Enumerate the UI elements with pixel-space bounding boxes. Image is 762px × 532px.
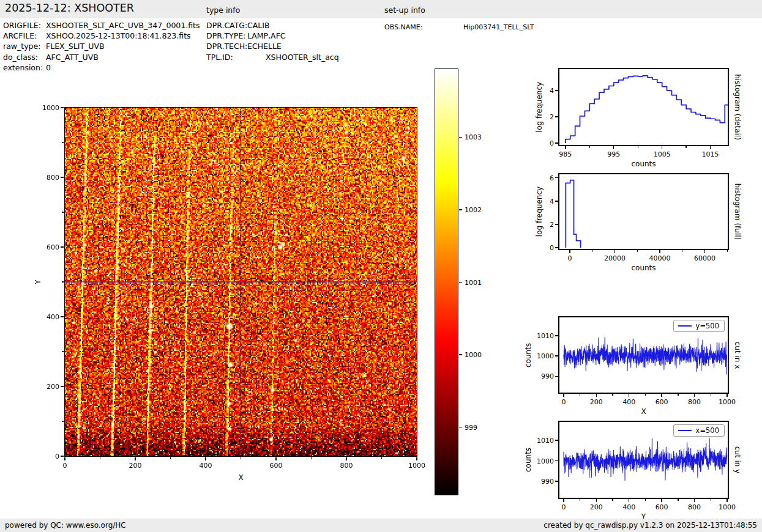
info-value: LAMP,AFC [247,31,286,41]
x-tick-mark [694,499,695,502]
info-value: CALIB [247,20,270,31]
x-tick-mark [662,146,662,149]
type-info-heading: type info [206,6,240,15]
x-tick-mark [64,457,65,460]
info-row: raw_type: FLEX_SLIT_UVB [3,41,200,51]
y-axis-label: log frequency [535,82,543,132]
y-tick-mark [555,247,558,248]
x-tick-mark [614,250,615,253]
y-axis-label: Y [34,279,42,284]
y-tick-label: 0 [550,244,554,252]
x-tick-label: 200 [590,503,603,511]
info-value: XSHOOTER_SLT_AFC_UVB_347_0001.fits [46,20,200,31]
x-minor-tick-mark [645,394,646,396]
y-tick-label: 200 [47,383,59,391]
right-axis-label: cut in y [733,446,742,474]
y-tick-mark [555,440,558,440]
y-tick-mark [555,177,558,178]
x-minor-tick-mark [727,250,728,252]
y-tick-mark [555,335,558,336]
legend-label: x=500 [696,426,719,435]
x-tick-mark [704,250,705,253]
legend: x=500 [673,424,725,437]
info-row: DPR.TYPE: LAMP,AFC [206,31,339,41]
info-label: OBS.NAME: [384,22,463,32]
x-tick-label: 400 [622,503,635,511]
x-minor-tick-mark [685,146,686,148]
y-tick-label: 1010 [537,331,554,339]
x-tick-label: 200 [590,398,603,406]
x-axis-label: counts [631,160,656,168]
y-tick-label: 0 [55,453,59,460]
x-minor-tick-mark [612,499,613,501]
info-value: XSHOO.2025-12-13T00:18:41.823.fits [46,31,191,41]
x-tick-label: 60000 [694,254,715,262]
x-tick-mark [563,499,564,502]
info-value: 0 [46,62,51,73]
x-tick-mark [565,146,566,149]
x-tick-label: 1015 [702,150,719,158]
x-tick-mark [135,457,135,460]
y-tick-mark [555,142,558,143]
y-tick-mark [555,201,558,201]
legend-label: y=500 [696,322,719,330]
info-label: raw_type: [3,41,46,51]
colorbar-tick-label: 1002 [465,206,482,214]
x-minor-tick-mark [580,394,580,396]
cut-in-y-plot: 0200400600800100099010001010Ycountscut i… [558,421,729,499]
x-tick-label: 800 [688,503,701,511]
y-tick-mark [61,386,64,386]
qc-report-page: { "header": { "title": "2025-12-12: XSHO… [0,0,762,532]
x-tick-mark [629,499,629,502]
histogram-detail-plot: 98599510051015024countslog frequencyhist… [558,68,729,146]
file-info-list: ORIGFILE: XSHOOTER_SLT_AFC_UVB_347_0001.… [3,20,200,73]
x-minor-tick-mark [678,394,678,396]
x-tick-mark [596,499,597,502]
x-tick-mark [416,457,417,460]
x-tick-label: 400 [622,398,635,406]
colorbar-tick-label: 1000 [465,351,482,359]
info-value: XSHOOTER_slt_acq [266,52,339,62]
type-info-list: DPR.CATG: CALIB DPR.TYPE: LAMP,AFC DPR.T… [206,20,339,62]
y-axis-label: log frequency [535,187,543,237]
x-tick-mark [661,499,662,502]
y-minor-tick-mark [62,351,64,352]
x-tick-label: 0 [63,462,67,470]
x-minor-tick-mark [645,499,646,501]
y-tick-label: 600 [47,243,59,251]
x-axis-label: counts [631,264,656,272]
y-tick-label: 1000 [537,352,554,360]
raw-image-plot: 0200400600800100002004006008001000XY [64,107,417,457]
y-tick-label: 4 [550,197,554,205]
y-tick-label: 1000 [537,457,554,465]
y-tick-mark [61,456,64,456]
info-value: FLEX_SLIT_UVB [46,41,105,51]
colorbar-tick-label: 999 [465,423,477,431]
y-axis-label: counts [524,448,532,472]
raw-image-canvas [65,108,417,456]
x-tick-label: 0 [567,254,572,262]
x-minor-tick-mark [381,457,382,459]
x-tick-label: 800 [340,462,353,470]
info-label: do_class: [3,52,46,62]
x-minor-tick-mark [637,250,638,252]
y-tick-mark [555,376,558,377]
x-tick-label: 20000 [604,254,626,262]
x-tick-mark [275,457,276,460]
x-tick-label: 985 [559,150,572,158]
x-tick-label: 600 [656,503,668,511]
x-minor-tick-mark [592,250,592,252]
y-minor-tick-mark [62,142,64,142]
info-row: extension: 0 [3,62,200,73]
info-row: ORIGFILE: XSHOOTER_SLT_AFC_UVB_347_0001.… [3,20,200,31]
x-minor-tick-mark [612,394,613,396]
histogram-full-plot: 02000040000600000246countslog frequencyh… [558,173,729,250]
colorbar-tick-mark [459,282,462,283]
y-tick-mark [555,460,558,461]
info-label: TPL.ID: [206,52,266,62]
x-minor-tick-mark [241,457,241,459]
x-tick-mark [710,146,711,149]
y-tick-label: 4 [550,87,554,95]
cut-in-x-plot: 0200400600800100099010001010Xcountscut i… [558,316,729,394]
info-label: DPR.TECH: [206,41,247,51]
